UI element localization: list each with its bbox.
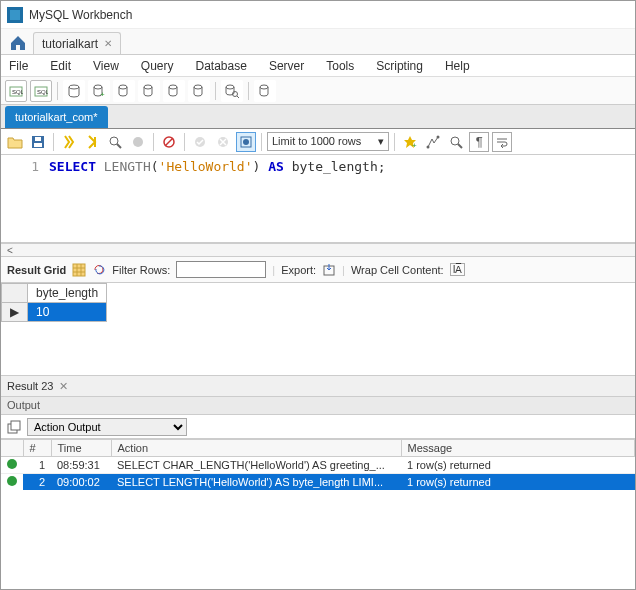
result-tab[interactable]: Result 23 xyxy=(7,380,53,392)
svg-point-4 xyxy=(69,85,79,89)
connection-tab[interactable]: tutorialkart ✕ xyxy=(33,32,121,54)
no-commit-icon[interactable] xyxy=(159,132,179,152)
db-tool3-icon[interactable] xyxy=(163,80,185,102)
separator xyxy=(57,82,58,100)
explain-icon[interactable] xyxy=(105,132,125,152)
col-message[interactable]: Message xyxy=(401,440,635,457)
svg-rect-35 xyxy=(73,264,85,276)
export-label: Export: xyxy=(281,264,316,276)
autocommit-icon[interactable] xyxy=(236,132,256,152)
output-bar: Action Output xyxy=(1,415,635,439)
svg-line-34 xyxy=(458,144,462,148)
code-line: SELECT LENGTH('HelloWorld') AS byte_leng… xyxy=(49,159,386,238)
svg-point-5 xyxy=(94,85,102,89)
invisible-chars-icon[interactable]: ¶ xyxy=(469,132,489,152)
status-ok-icon xyxy=(7,476,17,486)
save-icon[interactable] xyxy=(28,132,48,152)
output-table: # Time Action Message 1 08:59:31 SELECT … xyxy=(1,439,635,490)
grid-view-icon[interactable] xyxy=(72,263,86,277)
menu-database[interactable]: Database xyxy=(192,57,251,75)
db-tool4-icon[interactable] xyxy=(188,80,210,102)
commit-icon[interactable] xyxy=(190,132,210,152)
db-add-icon[interactable]: + xyxy=(88,80,110,102)
wrap-content-label: Wrap Cell Content: xyxy=(351,264,444,276)
result-tabs: Result 23 ✕ xyxy=(1,375,635,397)
connection-tabs: tutorialkart ✕ xyxy=(1,29,635,55)
col-action[interactable]: Action xyxy=(111,440,401,457)
wrap-content-icon[interactable]: IA̅ xyxy=(450,263,466,276)
main-toolbar: SQL SQL + xyxy=(1,77,635,105)
svg-point-33 xyxy=(451,137,459,145)
menu-server[interactable]: Server xyxy=(265,57,308,75)
close-icon[interactable]: ✕ xyxy=(104,38,112,49)
filter-input[interactable] xyxy=(176,261,266,278)
table-row[interactable]: ▶ 10 xyxy=(2,303,107,322)
file-tab[interactable]: tutorialkart_com* xyxy=(5,106,108,128)
menu-query[interactable]: Query xyxy=(137,57,178,75)
limit-rows-dropdown[interactable]: Limit to 1000 rows ▾ xyxy=(267,132,389,151)
svg-line-13 xyxy=(237,96,239,98)
home-icon[interactable] xyxy=(5,32,31,54)
stop-icon[interactable] xyxy=(128,132,148,152)
menu-tools[interactable]: Tools xyxy=(322,57,358,75)
svg-point-9 xyxy=(169,85,177,89)
svg-rect-16 xyxy=(34,143,42,147)
svg-point-21 xyxy=(133,137,143,147)
col-idx[interactable]: # xyxy=(23,440,51,457)
file-tabs: tutorialkart_com* xyxy=(1,105,635,129)
db-tool2-icon[interactable] xyxy=(138,80,160,102)
db-search-icon[interactable] xyxy=(221,80,243,102)
svg-point-19 xyxy=(110,137,118,145)
rollback-icon[interactable] xyxy=(213,132,233,152)
beautify-icon[interactable] xyxy=(423,132,443,152)
execute-icon[interactable] xyxy=(59,132,79,152)
refresh-icon[interactable] xyxy=(92,263,106,277)
output-row[interactable]: 1 08:59:31 SELECT CHAR_LENGTH('HelloWorl… xyxy=(1,457,635,474)
svg-text:+: + xyxy=(412,141,417,149)
splitter[interactable]: < xyxy=(1,243,635,257)
execute-current-icon[interactable] xyxy=(82,132,102,152)
svg-text:SQL: SQL xyxy=(12,89,23,95)
editor-toolbar: Limit to 1000 rows ▾ + ¶ xyxy=(1,129,635,155)
close-icon[interactable]: ✕ xyxy=(59,380,68,393)
export-icon[interactable] xyxy=(322,263,336,277)
result-toolbar: Result Grid Filter Rows: | Export: | Wra… xyxy=(1,257,635,283)
output-row[interactable]: 2 09:00:02 SELECT LENGTH('HelloWorld') A… xyxy=(1,474,635,491)
svg-point-32 xyxy=(437,135,440,138)
separator xyxy=(215,82,216,100)
cell-value[interactable]: 10 xyxy=(28,303,107,322)
row-indicator: ▶ xyxy=(2,303,28,322)
open-file-icon[interactable] xyxy=(5,132,25,152)
svg-point-8 xyxy=(144,85,152,89)
output-header: Output xyxy=(1,397,635,415)
svg-point-11 xyxy=(226,85,234,89)
db-icon[interactable] xyxy=(63,80,85,102)
menu-help[interactable]: Help xyxy=(441,57,474,75)
menubar: File Edit View Query Database Server Too… xyxy=(1,55,635,77)
svg-rect-17 xyxy=(35,137,41,141)
menu-edit[interactable]: Edit xyxy=(46,57,75,75)
wrap-icon[interactable] xyxy=(492,132,512,152)
menu-file[interactable]: File xyxy=(5,57,32,75)
connection-tab-label: tutorialkart xyxy=(42,37,98,51)
menu-view[interactable]: View xyxy=(89,57,123,75)
column-header[interactable]: byte_length xyxy=(28,284,107,303)
open-sql-icon[interactable]: SQL xyxy=(30,80,52,102)
menu-scripting[interactable]: Scripting xyxy=(372,57,427,75)
svg-point-7 xyxy=(119,85,127,89)
svg-text:+: + xyxy=(100,90,105,98)
output-stack-icon[interactable] xyxy=(7,420,21,434)
new-sql-tab-icon[interactable]: SQL xyxy=(5,80,27,102)
line-gutter: 1 xyxy=(9,159,49,238)
output-selector[interactable]: Action Output xyxy=(27,418,187,436)
db-sync-icon[interactable] xyxy=(254,80,276,102)
separator xyxy=(53,133,54,151)
titlebar: MySQL Workbench xyxy=(1,1,635,29)
col-time[interactable]: Time xyxy=(51,440,111,457)
find-icon[interactable] xyxy=(446,132,466,152)
separator xyxy=(153,133,154,151)
favorite-icon[interactable]: + xyxy=(400,132,420,152)
sql-editor[interactable]: 1 SELECT LENGTH('HelloWorld') AS byte_le… xyxy=(1,155,635,243)
db-tool1-icon[interactable] xyxy=(113,80,135,102)
result-grid-label: Result Grid xyxy=(7,264,66,276)
